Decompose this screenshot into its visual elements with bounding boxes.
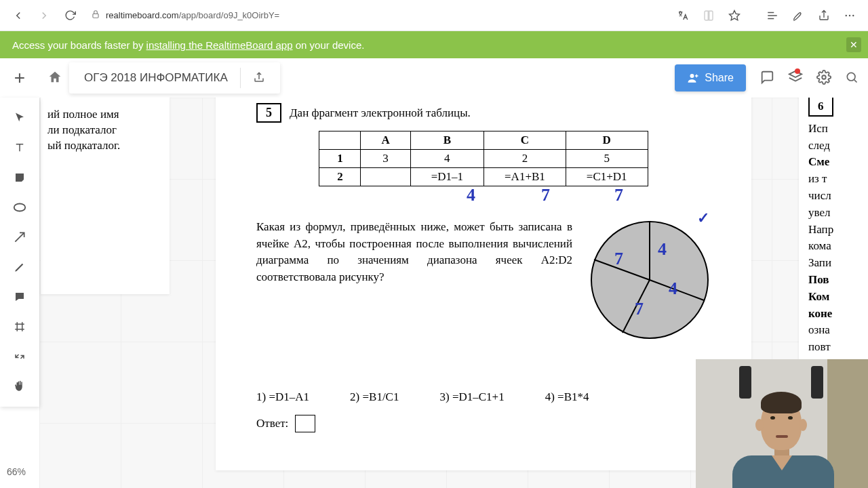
task-card: 5 Дан фрагмент электронной таблицы. ABCD… [216,98,751,470]
layers-icon[interactable] [788,70,803,87]
right-fragment-card: 6 Испслед Смеиз т числувел Напркома Запи… [799,98,868,369]
task6-number: 6 [808,98,833,117]
add-person-icon [687,72,699,84]
reading-list-icon[interactable] [697,5,720,26]
translate-icon[interactable] [671,5,694,26]
browser-address-bar: realtimeboard.com/app/board/o9J_k0OirbY= [0,0,868,31]
more-button[interactable] [838,5,861,26]
cursor-tool[interactable] [5,104,35,131]
pie-chart: 7 4 4 7 ✓ [589,219,711,344]
forward-button[interactable] [33,5,56,26]
svg-point-10 [822,75,826,79]
add-button[interactable]: + [14,67,25,89]
text-tool[interactable] [5,134,35,161]
board-title-bar: ОГЭ 2018 ИНФОРМАТИКА [69,62,280,94]
shape-tool[interactable] [5,194,35,221]
share-browser-button[interactable] [812,5,835,26]
webcam-overlay [696,359,868,488]
back-button[interactable] [7,5,30,26]
answer-box [295,415,315,432]
board-title[interactable]: ОГЭ 2018 ИНФОРМАТИКА [84,71,228,85]
install-banner: Access your boards faster by installing … [0,31,868,58]
url-text[interactable]: realtimeboard.com/app/board/o9J_k0OirbY= [106,10,279,20]
svg-point-13 [14,204,26,211]
export-icon[interactable] [253,71,265,85]
svg-point-11 [847,73,855,81]
banner-close-button[interactable]: ✕ [846,37,861,52]
svg-rect-0 [93,14,98,18]
svg-line-12 [854,79,857,82]
app-toolbar: + ОГЭ 2018 ИНФОРМАТИКА Share [0,58,868,98]
frame-tool[interactable] [5,313,35,340]
hub-button[interactable] [761,5,784,26]
arrow-tool[interactable] [5,224,35,251]
pen-tool[interactable] [5,253,35,281]
side-toolbar [0,98,39,407]
answer-label: Ответ: [256,417,288,430]
comment-tool[interactable] [5,283,35,310]
task-number: 5 [256,103,281,123]
svg-point-7 [852,14,854,16]
zoom-level[interactable]: 66% [7,466,26,477]
question-text: Какая из формул, приведённых ниже, может… [256,219,572,344]
svg-line-14 [15,232,24,241]
lock-icon [91,9,100,21]
svg-marker-1 [730,10,740,20]
handwritten-row: 4 7 7 [256,189,711,209]
home-icon[interactable] [47,70,62,87]
search-icon[interactable] [845,70,859,86]
svg-point-8 [690,74,694,78]
comments-icon[interactable] [760,70,774,87]
notification-dot [795,68,800,74]
task-intro: Дан фрагмент электронной таблицы. [290,106,471,120]
divider [240,68,241,88]
notes-button[interactable] [787,5,810,26]
svg-point-5 [846,14,847,16]
favorite-button[interactable] [723,5,746,26]
svg-point-6 [849,14,850,16]
banner-text: Access your boards faster by installing … [12,39,364,51]
sticky-note-tool[interactable] [5,164,35,191]
left-fragment-card: ий полное имя ли подкаталог ый подкатало… [41,98,170,294]
answer-options: 1) =D1–A1 2) =B1/C1 3) =D1–C1+1 4) =B1*4 [256,390,711,404]
fit-tool[interactable] [5,343,35,370]
spreadsheet-table: ABCD 13425 2=D1–1=A1+B1=C1+D1 [319,131,648,186]
refresh-button[interactable] [58,5,81,26]
hand-tool[interactable] [5,373,35,400]
settings-icon[interactable] [816,70,831,87]
banner-link[interactable]: installing the RealtimeBoard app [146,39,293,51]
share-button[interactable]: Share [675,64,746,92]
